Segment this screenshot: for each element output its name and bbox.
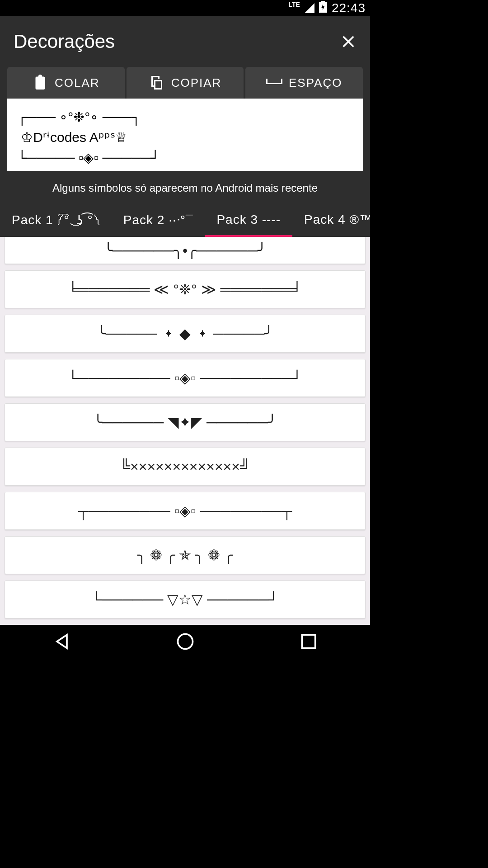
clipboard-icon (32, 75, 48, 91)
hint-text: Alguns símbolos só aparecem no Android m… (0, 171, 370, 203)
svg-rect-1 (302, 635, 315, 648)
toolbar: COLAR COPIAR ESPAÇO (0, 67, 370, 99)
decoration-item[interactable]: ╰───── ᠂ ◆ ᠂ ─────╯ (5, 315, 366, 353)
status-bar: LTE 22:43 (0, 0, 370, 16)
back-icon (52, 632, 72, 651)
battery-icon (319, 1, 327, 16)
network-label: LTE (289, 1, 300, 8)
app-header: Decorações (0, 16, 370, 67)
tab-pack-2[interactable]: Pack 2 ··ᐧ°¯ (112, 203, 205, 237)
space-icon (266, 75, 282, 91)
tab-bar: Pack 1 ༼͡° ͜ʖ ͡°༽ Pack 2 ··ᐧ°¯ Pack 3 --… (0, 203, 370, 237)
decoration-item[interactable]: └────── ▽☆▽ ──────┘ (5, 580, 366, 618)
decoration-item[interactable]: ╮ ❁ ╭ ✯ ╮ ❁ ╭ (5, 536, 366, 574)
decoration-item[interactable]: ╰────── ◥✦◤ ──────╯ (5, 403, 366, 441)
space-button[interactable]: ESPAÇO (245, 67, 363, 99)
app-content: Decorações COLAR COPIAR ESPAÇO ┌─── ∘°❉°… (0, 16, 370, 625)
home-icon (175, 632, 195, 651)
tab-pack-3[interactable]: Pack 3 ---- (205, 203, 292, 237)
space-label: ESPAÇO (289, 76, 342, 90)
recent-button[interactable] (299, 632, 319, 651)
copy-label: COPIAR (171, 76, 222, 90)
close-icon (341, 34, 356, 49)
tab-pack-1[interactable]: Pack 1 ༼͡° ͜ʖ ͡°༽ (0, 203, 112, 237)
screen: LTE 22:43 Decorações COLAR COPIAR E (0, 0, 370, 658)
close-button[interactable] (339, 33, 357, 51)
recent-icon (299, 632, 319, 651)
copy-icon (149, 75, 165, 91)
clock: 22:43 (332, 1, 366, 15)
paste-button[interactable]: COLAR (7, 67, 125, 99)
preview-area[interactable]: ┌─── ∘°❉°∘ ───┐ ♔Dʳᶤcodes Aᵖᵖˢ♕ └───── ▫… (7, 99, 363, 171)
decoration-item[interactable]: ┬──────── ▫◈▫ ────────┬ (5, 492, 366, 530)
svg-point-0 (178, 634, 192, 649)
decoration-list[interactable]: ╰──────╮•╭──────╯ ╘═══════ ≪ °❈° ≫ ═════… (0, 237, 370, 625)
tab-pack-4[interactable]: Pack 4 ®™ (292, 203, 370, 237)
paste-label: COLAR (55, 76, 100, 90)
copy-button[interactable]: COPIAR (127, 67, 244, 99)
decoration-item[interactable]: └───────── ▫◈▫ ─────────┘ (5, 359, 366, 397)
back-button[interactable] (52, 632, 72, 651)
home-button[interactable] (175, 632, 195, 651)
signal-icon (305, 3, 314, 13)
system-navbar (0, 625, 370, 658)
page-title: Decorações (14, 31, 115, 52)
decoration-item[interactable]: ╰──────╮•╭──────╯ (5, 237, 366, 264)
decoration-item[interactable]: ╚×××××××××××××╝ (5, 448, 366, 486)
decoration-item[interactable]: ╘═══════ ≪ °❈° ≫ ═══════╛ (5, 270, 366, 308)
